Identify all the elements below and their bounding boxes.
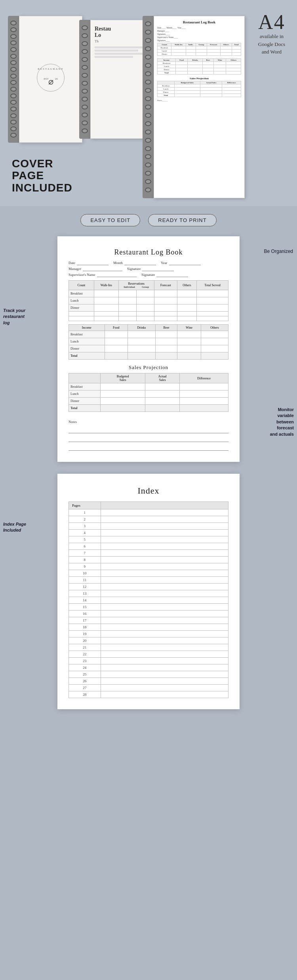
mini-td bbox=[174, 94, 200, 97]
mini-projection-table: Budgeted Sales Actual Sales Difference B… bbox=[157, 81, 241, 97]
ring bbox=[10, 100, 17, 105]
mini-td: Dinner bbox=[158, 53, 171, 56]
td-val bbox=[136, 312, 154, 316]
form-fields-row3: Supervisor's Name Signature bbox=[69, 272, 228, 277]
ring bbox=[82, 128, 88, 133]
index-page-num: 15 bbox=[69, 604, 101, 611]
th-content bbox=[101, 502, 228, 509]
ring bbox=[145, 113, 151, 118]
ring bbox=[145, 63, 151, 68]
index-content bbox=[101, 685, 228, 691]
ring bbox=[82, 73, 88, 78]
mini-td bbox=[196, 53, 207, 56]
index-row: 21 bbox=[69, 644, 228, 651]
date-label: Date bbox=[69, 261, 75, 265]
td-val bbox=[118, 312, 136, 316]
td-val bbox=[101, 405, 145, 412]
td-val bbox=[177, 345, 201, 352]
ring bbox=[82, 89, 88, 94]
td-val bbox=[196, 290, 228, 297]
sales-table: Income Food Drinks Beer Wine Others Brea… bbox=[69, 324, 228, 360]
td-val bbox=[128, 331, 155, 338]
spiral-strip-3 bbox=[143, 16, 154, 198]
td-breakfast: Breakfast bbox=[69, 383, 101, 390]
index-content bbox=[101, 543, 228, 550]
ring bbox=[145, 138, 151, 143]
index-content bbox=[101, 530, 228, 536]
field-supervisor: Supervisor's Name bbox=[69, 272, 137, 277]
mini-td bbox=[226, 65, 241, 68]
sales-projection-title: Sales Projection bbox=[69, 364, 228, 371]
index-row: 10 bbox=[69, 570, 228, 577]
mini-td bbox=[176, 65, 188, 68]
table-row: Dinner bbox=[69, 304, 228, 312]
month-label: Month bbox=[113, 261, 123, 265]
th-pages: Pages bbox=[69, 502, 101, 509]
track-annotation: Track yourrestaurantlog bbox=[3, 308, 25, 326]
mini-td bbox=[214, 62, 226, 65]
td-val bbox=[201, 352, 228, 360]
index-page-num: 16 bbox=[69, 611, 101, 617]
mini-td bbox=[174, 91, 200, 94]
ring bbox=[82, 33, 88, 38]
table-row: Breakfast bbox=[69, 290, 228, 297]
td-val bbox=[201, 331, 228, 338]
ring bbox=[145, 21, 151, 26]
td-val bbox=[196, 312, 228, 316]
td-val bbox=[177, 316, 196, 321]
mini-th bbox=[158, 81, 175, 84]
mini-td: Lunch bbox=[158, 88, 175, 91]
td-lunch: Lunch bbox=[69, 338, 105, 345]
th-budgeted: BudgetedSales bbox=[101, 373, 145, 383]
mini-td bbox=[186, 53, 196, 56]
table-row bbox=[69, 316, 228, 321]
mini-th: Wine bbox=[214, 59, 226, 62]
td-val bbox=[154, 304, 177, 312]
easy-to-edit-button[interactable]: EASY TO EDIT bbox=[80, 214, 140, 226]
mini-th: Beer bbox=[202, 59, 214, 62]
mini-td bbox=[207, 50, 220, 53]
td-val bbox=[128, 345, 155, 352]
td-val bbox=[136, 304, 154, 312]
mini-td bbox=[222, 94, 241, 97]
td-val bbox=[136, 297, 154, 304]
td-lunch: Lunch bbox=[69, 297, 94, 304]
ring bbox=[145, 179, 151, 184]
td-val bbox=[118, 304, 136, 312]
index-content bbox=[101, 590, 228, 597]
projection-table: BudgetedSales ActualSales Difference Bre… bbox=[69, 373, 228, 412]
mini-td bbox=[196, 50, 207, 53]
mini-month: Month____ bbox=[166, 27, 177, 29]
reservations-table: Count Walk-Ins ReservationsIndividualGro… bbox=[69, 280, 228, 321]
top-section: A4 available inGoogle Docsand Word bbox=[0, 0, 297, 206]
ring bbox=[82, 113, 88, 117]
index-page-num: 21 bbox=[69, 644, 101, 651]
month-line bbox=[124, 260, 156, 265]
mini-th: Drinks bbox=[188, 59, 203, 62]
mini-notes: Notes______ bbox=[157, 100, 241, 101]
ready-to-print-button[interactable]: READY TO PRINT bbox=[148, 214, 216, 226]
index-table: Pages 1234567891011121314151617181920212… bbox=[69, 501, 228, 698]
ring bbox=[82, 105, 88, 109]
index-row: 28 bbox=[69, 691, 228, 698]
th-beer: Beer bbox=[156, 325, 177, 331]
mini-line bbox=[95, 56, 133, 58]
mini-log-fields: Date____ Month____ Year____ Manager____ … bbox=[157, 27, 241, 42]
index-content bbox=[101, 637, 228, 644]
th-others-sales: Others bbox=[201, 325, 228, 331]
mini-td bbox=[200, 91, 222, 94]
mini-td bbox=[171, 50, 186, 53]
th-difference: Difference bbox=[179, 373, 228, 383]
ring bbox=[10, 67, 17, 72]
index-row: 26 bbox=[69, 678, 228, 685]
index-row: 5 bbox=[69, 536, 228, 543]
ring bbox=[145, 55, 151, 59]
table-row: Lunch bbox=[69, 297, 228, 304]
index-content bbox=[101, 577, 228, 584]
main-content: Be Organized Track yourrestaurantlog Mon… bbox=[0, 232, 297, 733]
spiral-strip-2 bbox=[79, 20, 90, 139]
field-date: Date bbox=[69, 260, 109, 265]
mini-th: Budgeted Sales bbox=[174, 81, 200, 84]
index-page-num: 23 bbox=[69, 658, 101, 664]
td-val bbox=[156, 345, 177, 352]
